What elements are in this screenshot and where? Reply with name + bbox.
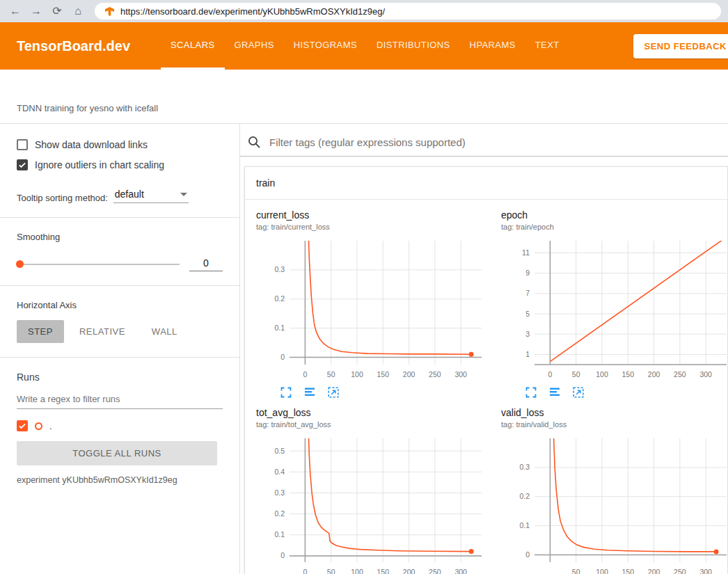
home-icon[interactable]: ⌂ xyxy=(70,3,86,19)
tab-graphs[interactable]: GRAPHS xyxy=(225,22,284,70)
svg-text:250: 250 xyxy=(429,370,441,378)
run-checkbox[interactable] xyxy=(17,420,28,431)
svg-text:200: 200 xyxy=(648,568,660,574)
toggle-all-runs-button[interactable]: TOGGLE ALL RUNS xyxy=(17,441,217,465)
toggle-data-lines-icon[interactable] xyxy=(303,386,316,399)
smoothing-slider[interactable] xyxy=(17,264,180,265)
runs-section-label: Runs xyxy=(17,372,223,383)
chart-title: valid_loss xyxy=(501,407,728,418)
group-title-train[interactable]: train xyxy=(245,167,727,200)
svg-text:0.1: 0.1 xyxy=(274,324,285,332)
run-name: . xyxy=(49,421,52,431)
scalars-main-panel: train current_loss tag: train/current_lo… xyxy=(240,124,728,574)
svg-text:100: 100 xyxy=(351,370,363,378)
app-header: TensorBoard.dev SCALARS GRAPHS HISTOGRAM… xyxy=(0,22,728,70)
fit-domain-icon[interactable] xyxy=(572,386,585,399)
svg-text:50: 50 xyxy=(572,370,580,378)
show-download-links-row: Show data download links xyxy=(17,139,223,150)
site-favicon xyxy=(104,6,115,17)
axis-relative-button[interactable]: RELATIVE xyxy=(68,320,136,343)
tab-histograms[interactable]: HISTOGRAMS xyxy=(284,22,367,70)
nav-tabs: SCALARS GRAPHS HISTOGRAMS DISTRIBUTIONS … xyxy=(161,22,569,70)
scalar-line-chart[interactable]: 5010015020025030000.10.20.3 xyxy=(501,434,728,574)
svg-text:0: 0 xyxy=(280,353,285,361)
svg-text:100: 100 xyxy=(351,568,363,574)
sidebar-divider xyxy=(0,357,239,358)
scalar-line-chart[interactable]: 05010015020025030000.10.20.3 xyxy=(256,237,486,383)
tooltip-sorting-label: Tooltip sorting method: xyxy=(17,193,108,203)
search-icon xyxy=(247,135,261,149)
svg-text:150: 150 xyxy=(622,370,635,378)
svg-text:150: 150 xyxy=(377,568,390,574)
scalar-line-chart[interactable]: 05010015020025030000.10.20.30.40.5 xyxy=(256,434,486,574)
smoothing-slider-row: 0 xyxy=(17,257,223,271)
address-bar[interactable]: https://tensorboard.dev/experiment/yKUbh… xyxy=(95,3,721,19)
chart-tag: tag: train/epoch xyxy=(501,223,728,231)
train-group-card: train current_loss tag: train/current_lo… xyxy=(244,166,728,574)
svg-text:0.4: 0.4 xyxy=(274,468,285,476)
svg-text:150: 150 xyxy=(377,370,390,378)
tab-hparams[interactable]: HPARAMS xyxy=(460,22,525,70)
experiment-subheader: TDNN training for yesno with icefall xyxy=(0,70,728,124)
svg-text:300: 300 xyxy=(699,370,712,378)
fit-domain-icon[interactable] xyxy=(327,386,340,399)
tab-scalars[interactable]: SCALARS xyxy=(161,22,225,70)
tooltip-sorting-select[interactable]: default xyxy=(113,187,189,203)
svg-text:0: 0 xyxy=(548,370,552,378)
chart-toolbar xyxy=(280,386,486,399)
axis-step-button[interactable]: STEP xyxy=(17,320,64,343)
svg-text:0: 0 xyxy=(525,550,530,559)
url-text[interactable]: https://tensorboard.dev/experiment/yKUbh… xyxy=(120,6,385,17)
check-icon xyxy=(18,422,26,430)
experiment-caption: experiment yKUbhb5wRmOSXYkId1z9eg xyxy=(17,475,223,485)
axis-wall-button[interactable]: WALL xyxy=(141,320,189,343)
horizontal-axis-buttons: STEP RELATIVE WALL xyxy=(17,320,223,343)
reload-icon[interactable]: ⟳ xyxy=(49,3,65,19)
svg-text:0.3: 0.3 xyxy=(519,463,530,471)
svg-text:0.2: 0.2 xyxy=(274,509,285,518)
tab-text[interactable]: TEXT xyxy=(525,22,569,70)
svg-text:150: 150 xyxy=(622,568,635,574)
ignore-outliers-checkbox[interactable] xyxy=(17,159,28,170)
back-icon[interactable]: ← xyxy=(7,3,24,19)
svg-text:0.3: 0.3 xyxy=(274,488,285,497)
smoothing-value-field[interactable]: 0 xyxy=(189,257,223,271)
svg-text:3: 3 xyxy=(525,330,530,338)
dropdown-arrow-icon xyxy=(180,193,187,196)
tag-filter-input[interactable] xyxy=(268,136,728,149)
tooltip-sorting-value: default xyxy=(115,189,144,200)
sidebar-divider xyxy=(0,217,239,218)
svg-text:0.2: 0.2 xyxy=(274,294,285,303)
svg-text:100: 100 xyxy=(596,370,608,378)
charts-grid: current_loss tag: train/current_loss 050… xyxy=(245,200,727,574)
scalar-line-chart[interactable]: 0501001502002503001357911 xyxy=(501,237,728,383)
brand-title[interactable]: TensorBoard.dev xyxy=(17,38,130,54)
send-feedback-button[interactable]: SEND FEEDBACK xyxy=(633,34,728,58)
chart-card-current-loss: current_loss tag: train/current_loss 050… xyxy=(256,209,486,399)
runs-filter-input[interactable] xyxy=(17,390,223,409)
svg-text:50: 50 xyxy=(327,568,335,574)
svg-text:5: 5 xyxy=(525,310,530,318)
chart-toolbar xyxy=(525,386,728,399)
tab-distributions[interactable]: DISTRIBUTIONS xyxy=(367,22,460,70)
expand-chart-icon[interactable] xyxy=(280,386,292,399)
forward-icon[interactable]: → xyxy=(28,3,45,19)
chart-tag: tag: train/valid_loss xyxy=(501,420,728,429)
expand-chart-icon[interactable] xyxy=(525,386,537,399)
svg-text:300: 300 xyxy=(454,568,467,574)
svg-text:300: 300 xyxy=(454,370,467,378)
show-download-links-label: Show data download links xyxy=(35,139,148,150)
horizontal-axis-label: Horizontal Axis xyxy=(17,300,223,310)
svg-text:1: 1 xyxy=(525,350,530,358)
tag-filter-row xyxy=(240,129,728,157)
tooltip-sorting-row: Tooltip sorting method: default xyxy=(17,187,223,203)
show-download-links-checkbox[interactable] xyxy=(17,139,28,150)
svg-text:0: 0 xyxy=(303,568,307,574)
svg-text:300: 300 xyxy=(699,568,712,574)
svg-text:11: 11 xyxy=(522,248,530,257)
slider-thumb[interactable] xyxy=(16,260,24,268)
svg-text:0.2: 0.2 xyxy=(519,492,530,500)
svg-text:0.5: 0.5 xyxy=(274,447,285,455)
svg-text:200: 200 xyxy=(403,370,416,378)
toggle-data-lines-icon[interactable] xyxy=(548,386,561,399)
